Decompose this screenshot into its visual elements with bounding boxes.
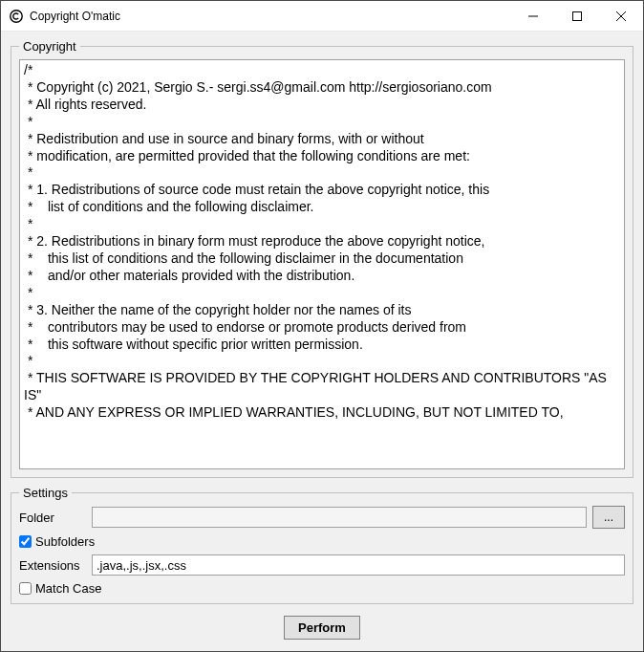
minimize-button[interactable] [511, 1, 555, 32]
subfolders-row: Subfolders [19, 534, 625, 549]
subfolders-checkbox[interactable] [19, 535, 32, 548]
svg-point-0 [11, 10, 22, 21]
folder-row: Folder ... [19, 506, 625, 529]
titlebar: Copyright O'matic [1, 1, 643, 32]
copyright-group: Copyright [11, 39, 633, 478]
close-button[interactable] [599, 1, 643, 32]
app-icon [9, 9, 24, 24]
browse-button[interactable]: ... [592, 506, 625, 529]
extensions-input[interactable] [92, 554, 625, 576]
settings-group: Settings Folder ... Subfolders Extension… [11, 486, 633, 604]
matchcase-row: Match Case [19, 581, 625, 596]
app-window: Copyright O'matic Copyright Settings Fol… [0, 0, 644, 652]
matchcase-label[interactable]: Match Case [35, 581, 101, 596]
subfolders-label[interactable]: Subfolders [35, 534, 95, 549]
content-area: Copyright Settings Folder ... Subfolders… [1, 32, 643, 651]
perform-row: Perform [11, 612, 633, 641]
folder-input[interactable] [92, 507, 587, 528]
perform-button[interactable]: Perform [284, 616, 360, 640]
extensions-row: Extensions [19, 554, 625, 576]
extensions-label: Extensions [19, 558, 92, 573]
copyright-textarea[interactable] [19, 59, 625, 469]
folder-label: Folder [19, 511, 92, 525]
matchcase-checkbox[interactable] [19, 582, 32, 595]
settings-legend: Settings [19, 486, 72, 500]
window-title: Copyright O'matic [30, 10, 511, 23]
svg-rect-2 [573, 11, 582, 20]
copyright-legend: Copyright [19, 39, 80, 54]
maximize-button[interactable] [555, 1, 599, 32]
